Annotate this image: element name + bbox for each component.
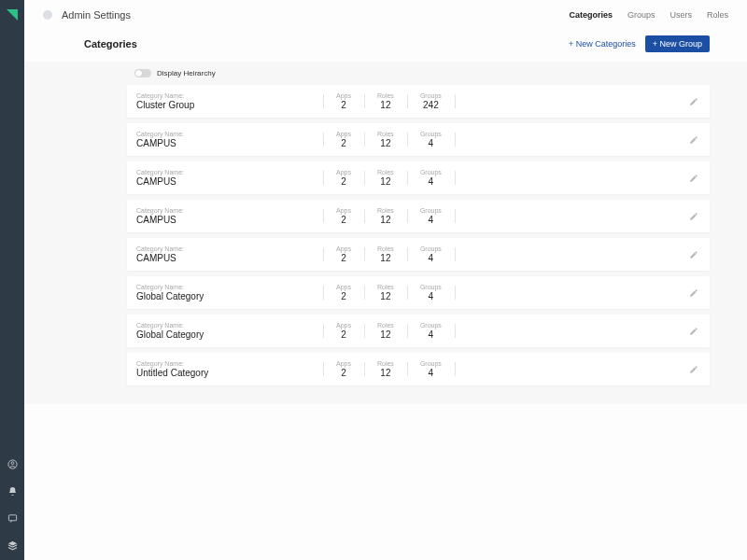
category-name-block: Category Name:Untitled Category: [136, 360, 323, 378]
main: Admin Settings CategoriesGroupsUsersRole…: [24, 0, 747, 560]
stat-value: 12: [377, 329, 394, 340]
user-icon[interactable]: [7, 459, 18, 471]
hierarchy-toggle[interactable]: [134, 69, 151, 77]
new-group-button[interactable]: + New Group: [645, 35, 710, 52]
hierarchy-toggle-row: Display Heirarchy: [127, 62, 710, 85]
stat-label: Roles: [377, 245, 394, 252]
stat-label: Roles: [377, 284, 394, 290]
stat-value: 2: [336, 215, 351, 225]
stat-apps: Apps2: [323, 245, 364, 263]
nav-tab-roles[interactable]: Roles: [707, 10, 728, 20]
category-name-block: Category Name:Cluster Group: [136, 92, 323, 110]
sidebar: [0, 0, 24, 560]
category-name-block: Category Name:Global Category: [136, 322, 323, 340]
category-row[interactable]: Category Name:CAMPUSApps2Roles12Groups4: [127, 238, 710, 271]
edit-icon[interactable]: [689, 250, 698, 259]
stat-divider: [455, 324, 456, 338]
category-name-label: Category Name:: [136, 284, 323, 290]
stat-groups: Groups4: [407, 169, 455, 187]
stat-label: Groups: [420, 131, 442, 137]
stat-label: Groups: [420, 245, 442, 252]
stat-value: 2: [336, 138, 351, 148]
stat-value: 2: [336, 291, 351, 301]
chat-icon[interactable]: [7, 513, 18, 525]
stat-groups: Groups4: [407, 245, 455, 263]
stat-label: Apps: [336, 360, 351, 367]
stat-value: 4: [420, 138, 442, 148]
stat-roles: Roles12: [364, 284, 407, 301]
stat-label: Groups: [420, 92, 442, 99]
stat-roles: Roles12: [364, 207, 407, 225]
stat-value: 12: [377, 215, 394, 225]
nav-tab-categories[interactable]: Categories: [569, 10, 613, 20]
edit-icon[interactable]: [689, 174, 698, 183]
edit-icon[interactable]: [689, 288, 698, 298]
stat-roles: Roles12: [364, 322, 407, 340]
stat-apps: Apps2: [323, 92, 364, 110]
stat-value: 12: [377, 368, 394, 378]
page-header: Categories + New Categories + New Group: [24, 26, 747, 62]
svg-point-1: [11, 462, 14, 465]
stat-label: Apps: [336, 322, 351, 329]
category-row[interactable]: Category Name:Global CategoryApps2Roles1…: [127, 315, 710, 347]
stat-value: 4: [420, 329, 442, 340]
category-name-label: Category Name:: [136, 92, 323, 99]
edit-icon[interactable]: [689, 97, 698, 106]
stat-groups: Groups4: [407, 131, 455, 148]
category-name-value: Global Category: [136, 291, 323, 301]
category-stats: Apps2Roles12Groups4: [323, 207, 456, 225]
bell-icon[interactable]: [7, 486, 18, 498]
stat-label: Groups: [420, 169, 442, 175]
category-row[interactable]: Category Name:CAMPUSApps2Roles12Groups4: [127, 161, 710, 194]
stat-label: Groups: [420, 207, 442, 214]
stat-roles: Roles12: [364, 360, 407, 378]
stat-apps: Apps2: [323, 322, 364, 340]
category-name-block: Category Name:CAMPUS: [136, 131, 323, 148]
category-stats: Apps2Roles12Groups4: [323, 284, 456, 301]
layers-icon[interactable]: [7, 540, 18, 553]
category-row[interactable]: Category Name:Global CategoryApps2Roles1…: [127, 276, 710, 309]
stat-groups: Groups4: [407, 322, 455, 340]
category-name-label: Category Name:: [136, 360, 323, 367]
stat-label: Groups: [420, 284, 442, 290]
edit-icon[interactable]: [689, 365, 698, 374]
nav-tab-users[interactable]: Users: [669, 10, 692, 20]
header-actions: + New Categories + New Group: [569, 35, 710, 52]
edit-icon[interactable]: [689, 212, 698, 221]
category-stats: Apps2Roles12Groups4: [323, 360, 456, 378]
top-nav: CategoriesGroupsUsersRoles: [569, 10, 728, 20]
stat-value: 4: [420, 291, 442, 301]
stat-label: Groups: [420, 360, 442, 367]
svg-rect-2: [8, 515, 16, 521]
stat-groups: Groups4: [407, 284, 455, 301]
stat-label: Roles: [377, 207, 394, 214]
stat-label: Roles: [377, 169, 394, 175]
edit-icon[interactable]: [689, 135, 698, 145]
stat-roles: Roles12: [364, 92, 407, 110]
category-stats: Apps2Roles12Groups4: [323, 169, 456, 187]
stat-groups: Groups242: [407, 92, 455, 110]
nav-tab-groups[interactable]: Groups: [627, 10, 655, 20]
stat-value: 242: [420, 100, 442, 110]
category-row[interactable]: Category Name:CAMPUSApps2Roles12Groups4: [127, 200, 710, 232]
page-title: Categories: [84, 38, 137, 49]
stat-label: Apps: [336, 245, 351, 252]
stat-value: 2: [336, 368, 351, 378]
stat-divider: [455, 133, 456, 147]
breadcrumb-dot-icon: [43, 10, 52, 20]
category-row[interactable]: Category Name:Untitled CategoryApps2Role…: [127, 353, 710, 385]
category-row[interactable]: Category Name:Cluster GroupApps2Roles12G…: [127, 85, 710, 118]
stat-value: 4: [420, 253, 442, 263]
stat-value: 2: [336, 176, 351, 187]
category-row[interactable]: Category Name:CAMPUSApps2Roles12Groups4: [127, 123, 710, 156]
stat-value: 2: [336, 100, 351, 110]
breadcrumb: Admin Settings: [62, 9, 131, 21]
category-name-value: CAMPUS: [136, 253, 323, 263]
content: Display Heirarchy Category Name:Cluster …: [24, 62, 747, 404]
edit-icon[interactable]: [689, 327, 698, 336]
category-name-block: Category Name:Global Category: [136, 284, 323, 301]
new-categories-button[interactable]: + New Categories: [569, 39, 636, 49]
app-root: Admin Settings CategoriesGroupsUsersRole…: [0, 0, 747, 560]
stat-divider: [455, 247, 456, 261]
category-name-label: Category Name:: [136, 131, 323, 137]
